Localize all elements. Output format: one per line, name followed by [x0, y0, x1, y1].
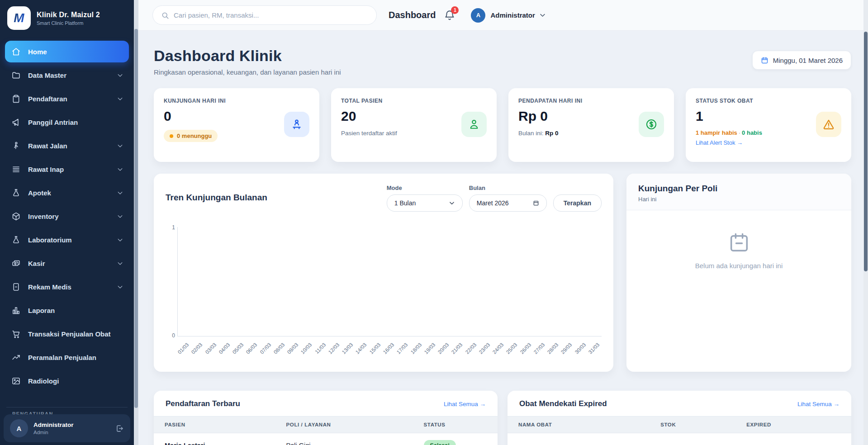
column-header: NAMA OBAT: [508, 417, 660, 433]
user-role: Admin: [33, 430, 74, 435]
column-header: EXPIRED: [746, 417, 851, 433]
sidebar-item-label: Home: [28, 48, 123, 56]
sidebar-item-rawat-inap[interactable]: Rawat Inap: [5, 158, 129, 180]
sidebar-item-inventory[interactable]: Inventory: [5, 205, 129, 227]
sidebar-item-panggil-antrian[interactable]: Panggil Antrian: [5, 111, 129, 133]
stat-label: TOTAL PASIEN: [341, 98, 487, 104]
mode-label: Mode: [387, 185, 463, 191]
cash-icon: [11, 259, 21, 268]
megaphone-icon: [11, 118, 21, 127]
sidebar-item-kasir[interactable]: Kasir: [5, 252, 129, 274]
avatar: A: [10, 419, 28, 437]
sidebar-item-label: Inventory: [28, 213, 117, 220]
sidebar-item-rekam-medis[interactable]: Rekam Medis: [5, 276, 129, 298]
sidebar-item-rawat-jalan[interactable]: Rawat Jalan: [5, 135, 129, 156]
page-header: Dashboard Klinik Ringkasan operasional, …: [154, 47, 851, 76]
panel-title: Obat Mendekati Expired: [519, 399, 607, 408]
notifications-button[interactable]: 1: [444, 9, 455, 21]
bar-chart-icon: [11, 306, 21, 315]
chart-title: Tren Kunjungan Bulanan: [166, 193, 267, 203]
mode-select[interactable]: 1 Bulan: [387, 194, 463, 212]
content: Dashboard Klinik Ringkasan operasional, …: [138, 31, 868, 445]
brand: M Klinik Dr. Maizul 2 Smart Clinic Platf…: [0, 0, 134, 34]
table-row[interactable]: Maria LestariPoli GigiSelesai: [154, 433, 498, 445]
stat-card-pasien: TOTAL PASIEN 20 Pasien terdaftar aktif: [331, 88, 497, 162]
chevron-down-icon: [117, 189, 123, 196]
registrations-table: PASIENPOLI / LAYANANSTATUS Maria Lestari…: [154, 416, 498, 445]
clinic-logo: M: [7, 6, 31, 30]
sidebar-scrollbar[interactable]: [134, 0, 138, 445]
brand-title: Klinik Dr. Maizul 2: [37, 11, 100, 19]
clipboard-icon: [11, 94, 21, 104]
apply-button[interactable]: Terapkan: [553, 194, 602, 212]
column-header: POLI / LAYANAN: [286, 417, 424, 433]
sidebar-item-laporan[interactable]: Laporan: [5, 299, 129, 321]
chevron-down-icon: [117, 142, 123, 149]
sidebar-item-home[interactable]: Home: [5, 41, 129, 62]
plot-area: 1 0: [177, 227, 602, 336]
column-header: STOK: [660, 417, 746, 433]
cube-icon: [11, 212, 21, 221]
patient-name: Maria Lestari: [154, 433, 286, 445]
chevron-down-icon: [117, 284, 123, 290]
chevron-down-icon: [539, 12, 546, 19]
warning-icon: [816, 112, 841, 137]
notification-badge: 1: [451, 6, 459, 14]
month-input[interactable]: Maret 2026: [469, 194, 547, 212]
stat-card-kunjungan: KUNJUNGAN HARI INI 0 0 menunggu: [154, 88, 319, 162]
middle-row: Tren Kunjungan Bulanan Mode 1 Bulan Bul: [154, 174, 851, 372]
global-search[interactable]: [152, 5, 377, 25]
sidebar-item-label: Laporan: [28, 307, 123, 314]
page-title: Dashboard Klinik: [154, 47, 341, 65]
sidebar-item-pendaftaran[interactable]: Pendaftaran: [5, 88, 129, 109]
sidebar-item-label: Rawat Jalan: [28, 142, 117, 150]
stat-label: KUNJUNGAN HARI INI: [164, 98, 309, 104]
user-menu[interactable]: A Administrator: [471, 8, 545, 23]
flask-icon: [11, 188, 21, 198]
sidebar-scrollbar-thumb[interactable]: [134, 29, 138, 408]
sidebar-item-laboratorium[interactable]: Laboratorium: [5, 229, 129, 251]
chart-plot: 1 0 01/0302/0303/0304/0305/0306/0307/030…: [166, 227, 602, 360]
sidebar-item-label: Pendaftaran: [28, 95, 117, 103]
column-header: STATUS: [424, 417, 498, 433]
stat-label: PENDAPATAN HARI INI: [518, 98, 664, 104]
logout-icon[interactable]: [115, 424, 124, 433]
sidebar-item-data-master[interactable]: Data Master: [5, 64, 129, 86]
see-all-link[interactable]: Lihat Semua →: [444, 401, 486, 407]
sidebar-item-transaksi-penjualan-obat[interactable]: Transaksi Penjualan Obat: [5, 323, 129, 345]
sidebar-item-radiologi[interactable]: Radiologi: [5, 370, 129, 392]
search-input[interactable]: [174, 11, 368, 19]
x-axis-labels: 01/0302/0303/0304/0305/0306/0307/0308/03…: [177, 336, 602, 360]
sidebar-item-label: Laboratorium: [28, 236, 117, 244]
pendaftaran-terbaru-panel: Pendaftaran Terbaru Lihat Semua → PASIEN…: [154, 391, 498, 445]
sidebar-item-label: Kasir: [28, 260, 117, 267]
list-icon: [11, 165, 21, 174]
sidebar-item-label: Apotek: [28, 189, 117, 197]
expired-table: NAMA OBATSTOKEXPIRED: [508, 416, 851, 433]
chart-controls: Mode 1 Bulan Bulan Maret 2026: [387, 185, 602, 212]
stat-card-pendapatan: PENDAPATAN HARI INI Rp 0 Bulan ini: Rp 0: [508, 88, 674, 162]
calendar-picker-icon[interactable]: [533, 200, 539, 206]
topbar-username: Administrator: [490, 11, 535, 19]
chevron-down-icon: [117, 95, 123, 102]
page-scrollbar[interactable]: [863, 0, 868, 445]
sidebar-item-label: Rekam Medis: [28, 283, 117, 291]
stock-alert-link[interactable]: Lihat Alert Stok →: [696, 139, 841, 146]
sidebar-item-peramalan-penjualan[interactable]: Peramalan Penjualan: [5, 346, 129, 368]
chevron-down-icon: [117, 166, 123, 173]
y-axis-tick: 0: [166, 332, 175, 339]
sidebar-item-apotek[interactable]: Apotek: [5, 182, 129, 204]
chevron-down-icon: [117, 260, 123, 267]
dollar-icon: [639, 112, 664, 137]
sidebar-user-card[interactable]: A Administrator Admin: [4, 414, 130, 442]
panel-title: Kunjungan Per Poli: [638, 184, 840, 194]
chevron-down-icon: [117, 72, 123, 79]
sidebar: M Klinik Dr. Maizul 2 Smart Clinic Platf…: [0, 0, 138, 445]
see-all-link[interactable]: Lihat Semua →: [797, 401, 840, 407]
empty-state: Belum ada kunjungan hari ini: [626, 210, 851, 270]
sidebar-menu: HomeData MasterPendaftaranPanggil Antria…: [0, 41, 134, 392]
document-icon: [11, 282, 21, 292]
page-scrollbar-thumb[interactable]: [864, 32, 868, 271]
panel-subtitle: Hari ini: [638, 196, 840, 203]
home-icon: [11, 47, 21, 57]
